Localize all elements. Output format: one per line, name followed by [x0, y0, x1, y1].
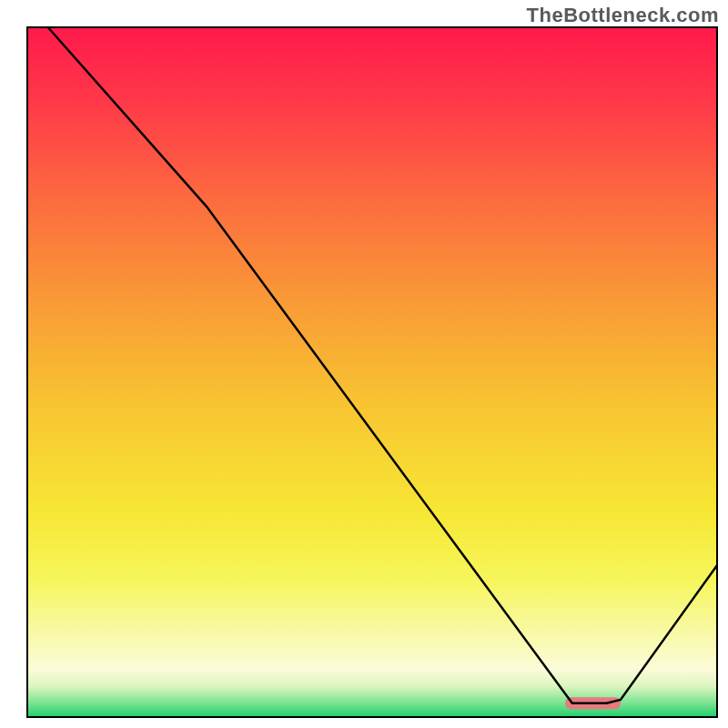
- chart-background: [27, 27, 717, 717]
- watermark-text: TheBottleneck.com: [527, 4, 719, 27]
- bottleneck-chart: [0, 0, 728, 728]
- chart-container: TheBottleneck.com: [0, 0, 728, 728]
